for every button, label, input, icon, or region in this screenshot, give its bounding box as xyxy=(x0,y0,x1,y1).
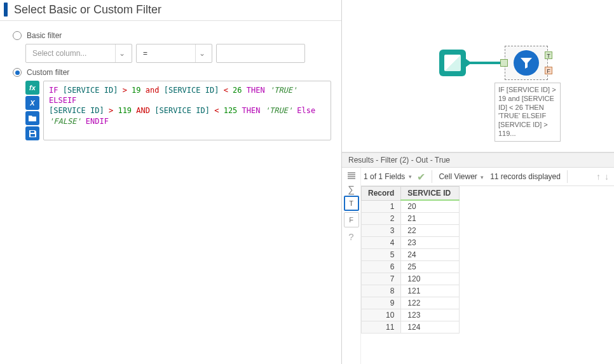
chevron-down-icon: ▾ xyxy=(481,174,484,180)
header-accent xyxy=(4,3,8,17)
radio-checked-icon xyxy=(13,68,22,77)
fields-count[interactable]: 1 of 1 Fields xyxy=(364,172,405,181)
chevron-down-icon: ▾ xyxy=(409,173,412,180)
input-data-icon xyxy=(439,50,466,76)
help-button[interactable]: ? xyxy=(344,229,359,244)
value-cell: 123 xyxy=(401,309,460,321)
table-row[interactable]: 10123 xyxy=(362,309,460,321)
table-row[interactable]: 120 xyxy=(362,200,460,213)
results-side-icons: ∑ T F ? xyxy=(342,168,361,364)
panel-title: Select Basic or Custom Filter xyxy=(14,3,161,17)
operator-value: = xyxy=(143,49,147,58)
config-panel: Select Basic or Custom Filter Basic filt… xyxy=(0,0,342,364)
record-header[interactable]: Record xyxy=(362,187,401,201)
svg-rect-1 xyxy=(31,134,35,137)
sigma-icon[interactable]: ∑ xyxy=(345,183,358,194)
panel-header: Select Basic or Custom Filter xyxy=(0,0,341,21)
false-output-button[interactable]: F xyxy=(344,212,359,227)
table-row[interactable]: 322 xyxy=(362,225,460,237)
value-input[interactable] xyxy=(216,44,305,63)
value-cell: 20 xyxy=(401,200,460,213)
variable-icon[interactable]: X xyxy=(25,96,39,110)
arrow-down-icon[interactable]: ↓ xyxy=(604,172,609,182)
column-dropdown[interactable]: Select column... ⌄ xyxy=(25,44,132,63)
record-cell: 9 xyxy=(362,297,401,309)
true-anchor[interactable]: T xyxy=(545,51,552,59)
table-row[interactable]: 8121 xyxy=(362,285,460,297)
record-cell: 10 xyxy=(362,309,401,321)
folder-icon[interactable] xyxy=(25,111,39,125)
table-row[interactable]: 423 xyxy=(362,237,460,249)
value-cell: 21 xyxy=(401,213,460,225)
basic-filter-radio[interactable]: Basic filter xyxy=(13,31,331,40)
value-cell: 22 xyxy=(401,225,460,237)
arrow-up-icon[interactable]: ↑ xyxy=(596,172,601,182)
check-icon[interactable]: ✔ xyxy=(417,171,425,183)
table-row[interactable]: 524 xyxy=(362,249,460,261)
fx-icon[interactable]: fx xyxy=(25,81,39,95)
record-cell: 7 xyxy=(362,273,401,285)
results-toolbar: 1 of 1 Fields ▾ ✔ Cell Viewer ▾ 11 recor… xyxy=(361,168,614,186)
separator xyxy=(432,170,432,183)
value-cell: 23 xyxy=(401,237,460,249)
svg-rect-0 xyxy=(31,131,34,133)
basic-filter-label: Basic filter xyxy=(27,31,62,40)
workflow-canvas[interactable]: T F IF [SERVICE ID] > 19 and [SERVICE ID… xyxy=(342,0,614,152)
save-icon[interactable] xyxy=(25,126,39,140)
value-cell: 120 xyxy=(401,273,460,285)
expression-editor[interactable]: IF [SERVICE ID] > 19 and [SERVICE ID] < … xyxy=(43,81,331,140)
service-id-header[interactable]: SERVICE ID xyxy=(401,187,460,201)
lines-icon[interactable] xyxy=(345,170,358,182)
true-output-button[interactable]: T xyxy=(344,196,359,211)
results-header: Results - Filter (2) - Out - True xyxy=(342,152,614,168)
table-row[interactable]: 9122 xyxy=(362,297,460,309)
value-cell: 124 xyxy=(401,321,460,334)
column-placeholder: Select column... xyxy=(32,49,86,58)
filter-tool-node[interactable]: T F xyxy=(505,46,548,80)
filter-node-caption: IF [SERVICE ID] > 19 and [SERVICE ID] < … xyxy=(495,83,561,142)
operator-dropdown[interactable]: = ⌄ xyxy=(136,44,212,63)
record-cell: 2 xyxy=(362,213,401,225)
table-row[interactable]: 7120 xyxy=(362,273,460,285)
record-cell: 6 xyxy=(362,261,401,273)
record-cell: 3 xyxy=(362,225,401,237)
chevron-down-icon: ⌄ xyxy=(195,44,208,62)
record-cell: 8 xyxy=(362,285,401,297)
separator xyxy=(567,170,568,183)
results-pane: Results - Filter (2) - Out - True ∑ T F … xyxy=(342,152,614,364)
record-cell: 4 xyxy=(362,237,401,249)
value-cell: 121 xyxy=(401,285,460,297)
chevron-down-icon: ⌄ xyxy=(115,44,128,62)
custom-filter-label: Custom filter xyxy=(27,68,69,77)
records-displayed: 11 records displayed xyxy=(490,172,561,181)
table-row[interactable]: 221 xyxy=(362,213,460,225)
table-row[interactable]: 11124 xyxy=(362,321,460,334)
false-anchor[interactable]: F xyxy=(545,67,552,74)
value-cell: 24 xyxy=(401,249,460,261)
record-cell: 11 xyxy=(362,321,401,334)
results-grid: Record SERVICE ID 1202213224235246257120… xyxy=(361,186,460,334)
filter-icon xyxy=(514,50,539,76)
input-anchor[interactable] xyxy=(500,59,508,67)
custom-filter-radio[interactable]: Custom filter xyxy=(13,68,331,77)
basic-filter-controls: Select column... ⌄ = ⌄ xyxy=(25,44,331,63)
value-cell: 122 xyxy=(401,297,460,309)
cell-viewer-dropdown[interactable]: Cell Viewer xyxy=(439,172,477,181)
input-tool-node[interactable] xyxy=(439,50,466,76)
value-cell: 25 xyxy=(401,261,460,273)
expression-tool-icons: fx X xyxy=(25,81,39,140)
record-cell: 1 xyxy=(362,200,401,213)
radio-unchecked-icon xyxy=(13,31,22,40)
table-row[interactable]: 625 xyxy=(362,261,460,273)
record-cell: 5 xyxy=(362,249,401,261)
